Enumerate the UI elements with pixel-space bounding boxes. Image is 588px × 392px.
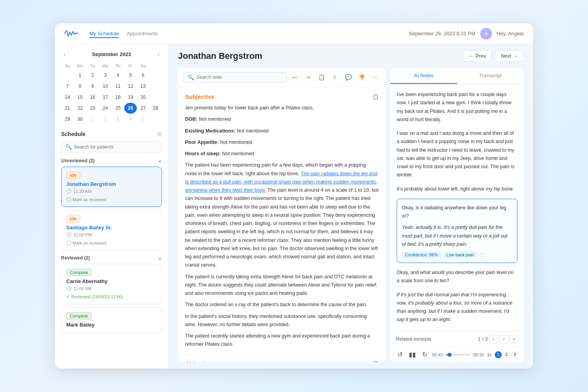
cal-day[interactable]: 11	[112, 81, 124, 92]
cal-day[interactable]: 30	[74, 114, 86, 125]
appetite-label: Poor Appetite:	[185, 140, 219, 145]
audio-page-1[interactable]: 1	[495, 351, 502, 358]
santiago-mark-reviewed[interactable]: ◯ Mark as reviewed	[66, 240, 157, 245]
patient-search-box[interactable]: 🔍	[61, 141, 162, 152]
cal-day[interactable]: 27	[137, 103, 149, 114]
santiago-badge: Idle	[66, 215, 80, 222]
more-icon[interactable]: ⋯	[369, 72, 380, 83]
cal-day[interactable]: 21	[61, 103, 74, 114]
upload-icon[interactable]: ⇧	[329, 72, 340, 83]
cal-day[interactable]: 15	[74, 92, 86, 103]
cal-day[interactable]: 6	[137, 70, 149, 81]
cal-day[interactable]: 9	[86, 81, 99, 92]
cal-day[interactable]: 1	[74, 70, 86, 81]
cal-day[interactable]: 25	[112, 103, 124, 114]
excerpt-next-btn[interactable]: ›	[499, 335, 508, 343]
confidence-tag: Confidence: 86%	[402, 252, 441, 258]
objective-copy-icon[interactable]: 📋	[372, 361, 379, 363]
comment-icon[interactable]: 💬	[343, 72, 354, 83]
schedule-icon: ⊞	[157, 131, 162, 137]
cal-day[interactable]: 13	[137, 81, 149, 92]
tab-ai-notes[interactable]: AI Notes	[390, 68, 457, 84]
unreviewed-section-header[interactable]: Unreviewed (2) ▲	[61, 158, 162, 163]
nav-my-schedule[interactable]: My Schedule	[89, 29, 119, 38]
cal-dow-tu: Tu	[86, 62, 99, 70]
redo-icon[interactable]: ↪	[303, 72, 314, 83]
cal-day[interactable]: 24	[99, 103, 112, 114]
main-nav: My Schedule Appointments	[89, 29, 158, 38]
cal-day[interactable]: 23	[86, 103, 99, 114]
audio-progress-bar[interactable]	[446, 354, 470, 356]
nav-appointments[interactable]: Appointments	[127, 29, 158, 38]
reviewed-chevron: ▲	[158, 256, 162, 260]
cal-day[interactable]: 22	[74, 103, 86, 114]
excerpt-close-btn[interactable]: ×	[510, 335, 518, 343]
cal-day[interactable]: 29	[61, 114, 74, 125]
excerpt-prev-btn[interactable]: ‹	[489, 335, 498, 343]
cal-day[interactable]: 14	[61, 92, 74, 103]
clock-icon-3: 🕐	[66, 286, 72, 291]
cal-day[interactable]: 17	[99, 92, 112, 103]
note-content: Subjective 📋 Jen presents today for lowe…	[178, 87, 386, 362]
cal-day[interactable]: 20	[137, 92, 149, 103]
audio-forward-btn[interactable]: ↻	[421, 350, 429, 359]
calendar-next-btn[interactable]: ›	[155, 50, 162, 58]
related-excerpts-bar: Related excerpts 1 / 3 ‹ › ×	[390, 331, 524, 347]
cal-day[interactable]: 3	[99, 70, 112, 81]
reviewed-section-header[interactable]: Reviewed (2) ▲	[61, 255, 162, 261]
cal-day[interactable]: 5	[137, 114, 149, 125]
clock-icon: 🕐	[66, 189, 72, 194]
patient-search-input[interactable]	[74, 144, 158, 150]
dislike-icon[interactable]: 👎	[356, 72, 367, 83]
patient-card-mark[interactable]: Complete Mark Bailey	[61, 307, 162, 333]
dob-value-text: Not mentioned	[199, 116, 230, 122]
gym-note: The patient recently started attending a…	[185, 332, 379, 349]
subjective-copy-icon[interactable]: 📋	[372, 94, 379, 100]
cal-day[interactable]: 5	[124, 70, 137, 81]
audio-play-pause-btn[interactable]: ▮▮	[407, 350, 417, 359]
audio-rewind-btn[interactable]: ↺	[396, 350, 404, 359]
undo-icon[interactable]: ↩	[289, 72, 300, 83]
cal-dow-sa: Sa	[137, 62, 149, 70]
cal-day[interactable]: 3	[112, 114, 124, 125]
cal-day[interactable]: 2	[99, 114, 112, 125]
cal-day[interactable]: 7	[61, 81, 74, 92]
cal-day[interactable]: 12	[124, 81, 137, 92]
tab-transcript[interactable]: Transcript	[457, 68, 524, 84]
next-button[interactable]: Next →	[495, 50, 524, 62]
nav-right: September 26, 2023 8:31 PM A Hey, Angela	[409, 28, 524, 40]
patient-card-santiago[interactable]: Idle Santiago Bailey Sr. 🕐 12:00 PM ◯ Ma…	[61, 210, 162, 250]
audio-speed[interactable]: 1x	[487, 352, 492, 357]
calendar-prev-btn[interactable]: ‹	[61, 50, 68, 58]
topic-tag: Low back pain	[443, 252, 477, 258]
patient-card-carrie[interactable]: Complete Carrie Abernathy 🕐 11:00 AM ✓ R…	[61, 264, 162, 304]
cal-day[interactable]: 28	[149, 103, 162, 114]
schedule-title: Schedule	[61, 131, 85, 137]
search-note-box[interactable]: 🔍	[183, 72, 287, 83]
cal-day[interactable]: 4	[112, 70, 124, 81]
cal-day[interactable]: 2	[86, 70, 99, 81]
jonathan-mark-reviewed[interactable]: ◯ Mark as reviewed	[66, 197, 157, 202]
audio-page-3[interactable]: 3	[511, 351, 518, 358]
cal-day[interactable]: 16	[86, 92, 99, 103]
cal-dow-we: We	[99, 62, 112, 70]
prev-button[interactable]: ← Prev	[463, 50, 492, 62]
excerpt-nav: 1 / 3 ‹ › ×	[478, 335, 518, 343]
cal-day[interactable]: 18	[112, 92, 124, 103]
cal-day[interactable]: 26	[124, 103, 137, 114]
sleep-value: Not mentioned	[222, 151, 254, 156]
search-note-input[interactable]	[196, 74, 283, 80]
audio-page-2[interactable]: 2	[503, 351, 510, 358]
cal-day[interactable]: 10	[99, 81, 112, 92]
meds-value-text: Not mentioned	[237, 128, 269, 134]
copy-icon-btn[interactable]: 📋	[316, 72, 327, 83]
appetite-value: Not mentioned	[220, 140, 252, 145]
cal-day[interactable]: 19	[124, 92, 137, 103]
cal-day[interactable]: 1	[86, 114, 99, 125]
highlighted-question: Okay, is it radiating anywhere like down…	[402, 204, 512, 221]
transcript-p-2: I was on a mat and I was doing a move an…	[397, 129, 517, 180]
search-icon: 🔍	[65, 144, 72, 150]
patient-card-jonathan[interactable]: Idle Jonathan Bergstrom 🕐 11:30 AM ◯ Mar…	[61, 167, 162, 207]
cal-day[interactable]: 8	[74, 81, 86, 92]
cal-day[interactable]: 4	[124, 114, 137, 125]
